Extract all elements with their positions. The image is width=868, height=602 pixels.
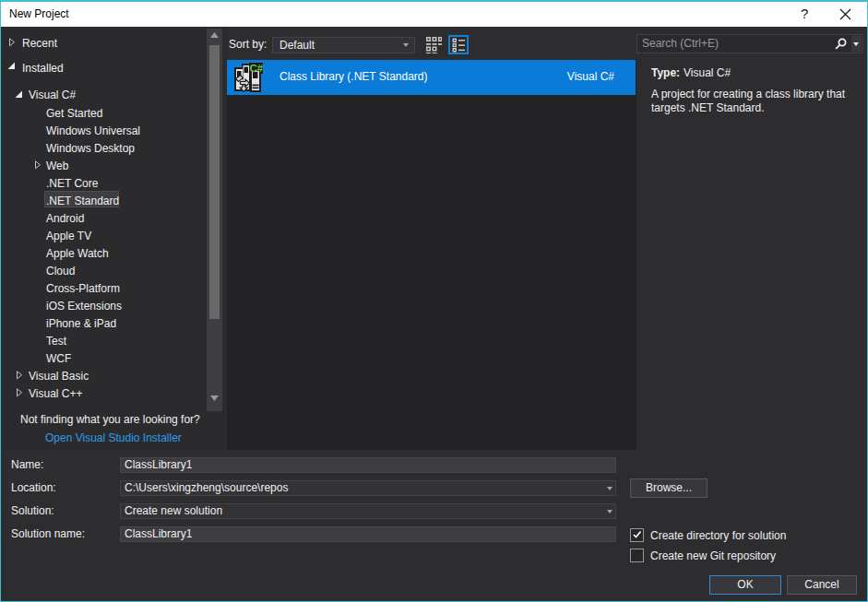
svg-text:C#: C# xyxy=(250,63,264,74)
